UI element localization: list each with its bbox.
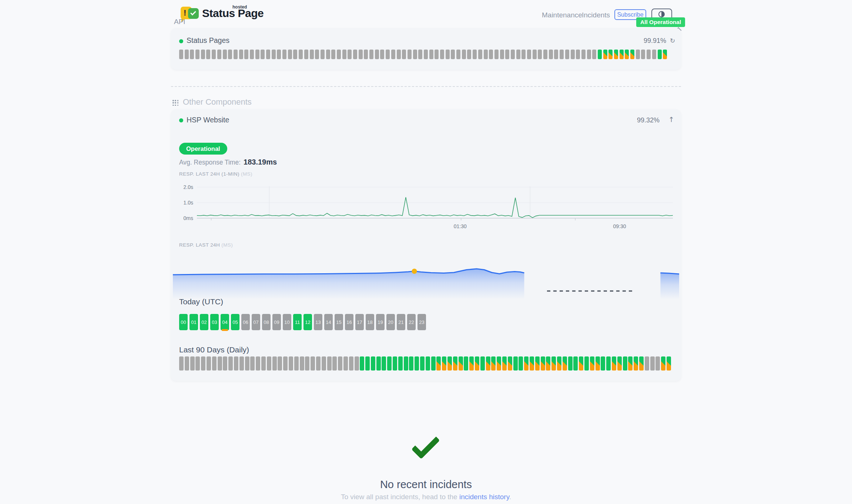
hour-block[interactable]: 02 [200,314,208,330]
nav-maintenance[interactable]: Maintenance [542,11,582,19]
uptime-bar [185,50,189,59]
hour-block[interactable]: 16 [345,314,353,330]
uptime-bar [288,50,292,59]
refresh-icon[interactable]: ↻ [670,37,675,44]
daily-bar [360,356,364,371]
uptime-bar [538,50,542,59]
uptime-bar [206,50,210,59]
hour-block[interactable]: 06 [241,314,250,330]
hour-block[interactable]: 05 [231,314,239,330]
hour-block[interactable]: 21 [397,314,405,330]
section-separator [171,86,681,87]
daily-bar [557,356,561,371]
uptime-bar [630,50,634,59]
daily-bar [294,356,299,371]
hour-block[interactable]: 22 [407,314,416,330]
uptime-bar [293,50,297,59]
uptime-bar [440,50,444,59]
uptime-bar [484,50,488,59]
daily-bar [190,356,195,371]
uptime-bar [212,50,216,59]
hour-block[interactable]: 17 [355,314,364,330]
hour-block[interactable]: 04 [221,314,229,330]
daily-bar [185,356,189,371]
response-area [660,273,679,299]
uptime-bars [179,50,667,59]
incidents-subtext: To view all past incidents, head to the … [0,493,852,501]
daily-bar [645,356,649,371]
uptime-bar [386,50,390,59]
hour-block[interactable]: 18 [366,314,374,330]
y-axis-label: 2.0s [179,184,193,190]
daily-bar [393,356,397,371]
uptime-bar [272,50,276,59]
hour-block[interactable]: 11 [293,314,302,330]
chart-marker-dot[interactable] [412,269,417,274]
daily-bar [486,356,490,371]
daily-bar [535,356,540,371]
daily-bar [228,356,233,371]
hour-block[interactable]: 15 [335,314,343,330]
daily-bar [179,356,184,371]
chart2-label: RESP. LAST 24H (MS) [179,242,233,248]
hour-block[interactable]: 14 [324,314,333,330]
uptime-bar [521,50,526,59]
response-line [197,197,673,217]
uptime-bar [652,50,656,59]
uptime-bar [261,50,265,59]
hour-block[interactable]: 09 [272,314,281,330]
hour-block[interactable]: 00 [179,314,188,330]
contrast-icon [658,11,665,17]
uptime-bar [364,50,368,59]
uptime-bar [255,50,259,59]
daily-bar [546,356,550,371]
daily-bar [442,356,446,371]
hour-block[interactable]: 23 [417,314,426,330]
hour-block[interactable]: 07 [252,314,260,330]
uptime-bar [348,50,352,59]
logo-check-icon [188,8,199,19]
hour-block[interactable]: 12 [303,314,312,330]
uptime-bar [250,50,254,59]
uptime-bar [413,50,417,59]
uptime-bar [516,50,520,59]
uptime-bar [663,50,667,59]
incident-strip [222,329,228,331]
hour-block[interactable]: 03 [210,314,219,330]
daily-bar [245,356,249,371]
uptime-bar [505,50,509,59]
hour-block[interactable]: 20 [386,314,395,330]
uptime-bar [446,50,450,59]
daily-bar [261,356,266,371]
uptime-bar [304,50,308,59]
daily-bar [223,356,227,371]
hour-block[interactable]: 10 [283,314,291,330]
daily-bar [661,356,665,371]
arrow-up-icon[interactable]: ↑ [668,115,674,124]
daily-bar [459,356,463,371]
daily-bar [207,356,211,371]
uptime-bar [435,50,439,59]
daily-bar [371,356,375,371]
daily-bar [497,356,501,371]
daily-bar [239,356,244,371]
uptime-bar [429,50,433,59]
daily-bar [655,356,660,371]
daily-bar [355,356,359,371]
daily-bar [195,356,200,371]
daily-bar [667,356,671,371]
incidents-history-link[interactable]: incidents history [459,493,509,501]
uptime-bar [554,50,558,59]
nav-incidents[interactable]: Incidents [582,11,610,19]
hour-block[interactable]: 08 [262,314,271,330]
hour-block[interactable]: 13 [314,314,322,330]
x-axis-label: 09:30 [613,223,626,229]
uptime-bar [234,50,238,59]
daily-bar [453,356,457,371]
hour-block[interactable]: 01 [189,314,198,330]
daily-bar [289,356,293,371]
uptime-bar [576,50,580,59]
daily-bar [316,356,321,371]
hour-block[interactable]: 19 [376,314,385,330]
uptime-bar [217,50,221,59]
